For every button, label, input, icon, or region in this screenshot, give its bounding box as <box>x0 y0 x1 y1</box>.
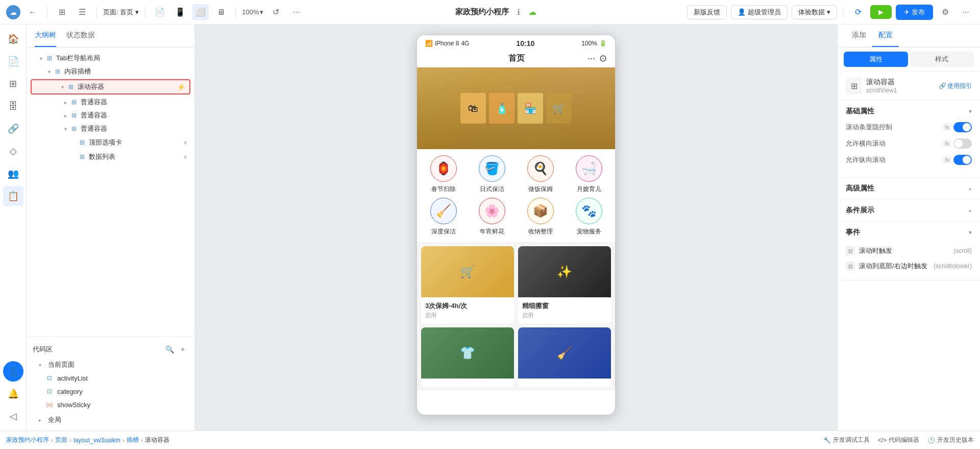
code-item-activitylist[interactable]: ⊡ activityList <box>27 371 194 385</box>
event-scroll-label: 滚动时触发 <box>859 246 949 255</box>
activity-card-2[interactable]: ✨ 精细擦窗 启用 <box>518 246 611 323</box>
devtools-icon: 🔧 <box>823 437 831 444</box>
tab-top-action-1[interactable]: ≡ <box>180 137 190 148</box>
phone-nav-title: 首页 <box>446 53 587 64</box>
allow-vertical-fx[interactable]: fx <box>943 156 951 163</box>
allow-horizontal-fx[interactable]: fx <box>943 140 951 147</box>
code-label-category: category <box>57 388 83 395</box>
sidebar-item-home[interactable]: 🏠 <box>3 29 23 49</box>
breadcrumb-slot[interactable]: 插槽 <box>127 436 139 444</box>
more-menu-button[interactable]: ··· <box>958 4 974 20</box>
events-arrow[interactable]: ▾ <box>969 229 972 236</box>
tab-state[interactable]: 状态数据 <box>66 25 95 47</box>
nav-more-icon[interactable]: ··· <box>587 53 595 64</box>
right-tab-config[interactable]: 配置 <box>872 25 899 47</box>
tree-item-normal-1[interactable]: ▸ ⊞ 普通容器 <box>27 96 194 109</box>
sidebar-item-outline[interactable]: 📋 <box>3 186 23 206</box>
allow-vertical-toggle[interactable] <box>953 155 972 165</box>
basic-props-arrow[interactable]: ▾ <box>969 108 972 115</box>
code-editor-action[interactable]: </> 代码编辑器 <box>878 436 919 444</box>
grid-view-button[interactable]: ⊞ <box>54 4 70 20</box>
tree-arrow-scroll: ▾ <box>58 84 66 90</box>
toolbar-separator-1 <box>47 6 47 18</box>
experience-button[interactable]: 体验数据 ▾ <box>792 5 837 19</box>
tree-item-data-list[interactable]: ⊞ 数据列表 ≡ <box>27 150 194 164</box>
tree-item-normal-2[interactable]: ▸ ⊞ 普通容器 <box>27 109 194 122</box>
device-desktop-button[interactable]: 🖥 <box>213 4 229 20</box>
sidebar-item-api[interactable]: 🔗 <box>3 119 23 139</box>
phone-nav-actions: ··· ⊙ <box>587 53 607 64</box>
allow-horizontal-toggle[interactable] <box>953 138 972 149</box>
refresh-button[interactable]: ↺ <box>267 4 284 20</box>
sidebar-item-user-avatar[interactable]: 👤 <box>3 361 23 382</box>
service-item-nanny[interactable]: 🛁 月嫂育儿 <box>567 155 611 194</box>
service-item-deep[interactable]: 🧹 深度保洁 <box>421 198 465 236</box>
page-selector[interactable]: 页面: 首页 ▾ <box>103 8 139 17</box>
sync-button[interactable]: ⟳ <box>850 4 866 20</box>
settings-button[interactable]: ⚙ <box>937 4 953 20</box>
service-item-storage[interactable]: 📦 收纳整理 <box>518 198 562 236</box>
main-layout: 🏠 📄 ⊞ 🗄 🔗 ◇ 👥 📋 👤 🔔 ◁ 大纲树 状态数据 ▾ ⊞ Tab栏导… <box>0 25 980 431</box>
code-global[interactable]: ▸ 全局 <box>27 413 194 427</box>
tree-item-scroll-container[interactable]: ▾ ⊞ 滚动容器 ⚡ <box>31 79 190 94</box>
sidebar-item-flow[interactable]: ◇ <box>3 141 23 161</box>
service-item-pet[interactable]: 🐾 宠物服务 <box>567 198 611 236</box>
tab-outline[interactable]: 大纲树 <box>35 25 56 47</box>
list-view-button[interactable]: ☰ <box>74 4 90 20</box>
tree-item-tab-top[interactable]: ⊞ 顶部选项卡 ≡ <box>27 135 194 150</box>
cloud-icon: ☁ <box>528 7 536 17</box>
activity-content-3 <box>421 379 514 387</box>
sidebar-item-collapse[interactable]: ◁ <box>3 406 23 427</box>
sidebar-item-components[interactable]: ⊞ <box>3 74 23 94</box>
preview-button[interactable]: ▶ <box>870 5 892 19</box>
code-search-button[interactable]: 🔍 <box>164 344 175 355</box>
component-link[interactable]: 🔗 使用指引 <box>939 82 972 90</box>
publish-label: 发布 <box>912 8 925 17</box>
tab-attr[interactable]: 属性 <box>844 52 908 67</box>
sidebar-item-data[interactable]: 🗄 <box>3 96 23 116</box>
service-item-cooking[interactable]: 🍳 做饭保姆 <box>518 155 562 194</box>
code-add-button[interactable]: ＋ <box>177 344 188 355</box>
activity-card-3[interactable]: 👕 <box>421 327 514 387</box>
history-action[interactable]: 🕐 开发历史版本 <box>927 436 974 444</box>
activity-card-1[interactable]: 🛒 3次保姆-4h/次 启用 <box>421 246 514 323</box>
sidebar-item-pages[interactable]: 📄 <box>3 51 23 72</box>
signal-bars-icon: 📶 <box>425 40 433 47</box>
breadcrumb-app[interactable]: 家政预约小程序 <box>6 436 49 444</box>
breadcrumb-pages[interactable]: 页面 <box>55 436 67 444</box>
breadcrumb-layout[interactable]: layout_vw3uaikm <box>74 437 120 444</box>
admin-button[interactable]: 👤 超级管理员 <box>731 5 788 19</box>
scrollbar-hide-fx[interactable]: fx <box>943 124 951 131</box>
right-tab-add[interactable]: 添加 <box>846 25 872 47</box>
tree-item-tab-nav[interactable]: ▾ ⊞ Tab栏导航布局 <box>27 52 194 65</box>
sidebar-item-notification[interactable]: 🔔 <box>3 384 23 404</box>
code-item-showsticky[interactable]: (x) showSticky <box>27 398 194 411</box>
feedback-button[interactable]: 新版反馈 <box>687 5 727 19</box>
events-header: 事件 ▾ <box>846 228 972 237</box>
code-current-page[interactable]: ▾ 当前页面 <box>27 358 194 371</box>
service-item-spring[interactable]: 🏮 春节扫除 <box>421 155 465 194</box>
tab-style[interactable]: 样式 <box>910 52 974 67</box>
tree-item-normal-3[interactable]: ▾ ⊞ 普通容器 <box>27 122 194 135</box>
service-item-japanese[interactable]: 🪣 日式保洁 <box>470 155 514 194</box>
publish-icon: ✈ <box>904 8 910 16</box>
page-add-button[interactable]: 📄 <box>152 4 168 20</box>
device-phone-button[interactable]: 📱 <box>172 4 188 20</box>
sidebar-item-users[interactable]: 👥 <box>3 163 23 184</box>
zoom-selector[interactable]: 100% ▾ <box>242 8 263 16</box>
activity-card-4[interactable]: 🧹 <box>518 327 611 387</box>
activity-img-1: 🛒 <box>421 246 514 297</box>
service-item-flower[interactable]: 🌸 年宵鲜花 <box>470 198 514 236</box>
condition-section[interactable]: 条件展示 ▸ <box>838 200 980 222</box>
advanced-props-section[interactable]: 高级属性 ▸ <box>838 178 980 200</box>
devtools-action[interactable]: 🔧 开发调试工具 <box>823 436 870 444</box>
code-item-category[interactable]: ⊡ category <box>27 385 194 398</box>
data-list-action-1[interactable]: ≡ <box>180 152 190 162</box>
tree-item-content-slot[interactable]: ▾ ⊞ 内容插槽 <box>27 65 194 78</box>
publish-button[interactable]: ✈ 发布 <box>896 5 933 20</box>
back-button[interactable]: ← <box>24 4 41 20</box>
scrollbar-hide-toggle[interactable] <box>953 122 972 132</box>
more-options-button[interactable]: ··· <box>288 4 304 20</box>
nav-camera-icon[interactable]: ⊙ <box>599 53 607 64</box>
device-tablet-button[interactable]: ⬜ <box>192 4 209 20</box>
